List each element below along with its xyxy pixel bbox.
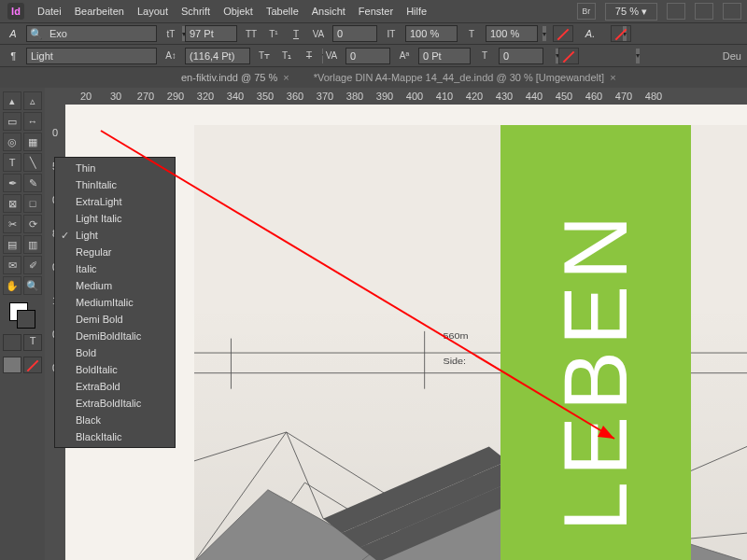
menu-tabelle[interactable]: Tabelle bbox=[266, 6, 299, 17]
arrange-icon[interactable] bbox=[723, 3, 741, 20]
transform-tool[interactable]: ⟳ bbox=[23, 215, 42, 233]
menu-objekt[interactable]: Objekt bbox=[223, 6, 253, 17]
pencil-tool[interactable]: ✎ bbox=[23, 174, 42, 192]
apply-none-icon[interactable] bbox=[23, 357, 42, 373]
view-options-icon[interactable] bbox=[667, 3, 685, 20]
font-style-combo[interactable]: ▾ bbox=[26, 48, 157, 64]
close-icon[interactable]: × bbox=[283, 72, 289, 83]
baseline-icon: Aª bbox=[396, 48, 413, 64]
font-style-option[interactable]: BlackItalic bbox=[55, 428, 175, 445]
menu-hilfe[interactable]: Hilfe bbox=[406, 6, 427, 17]
zoom-level[interactable]: 75 % ▾ bbox=[605, 3, 657, 21]
font-style-option[interactable]: ExtraBold bbox=[55, 378, 175, 395]
page-tool[interactable]: ▭ bbox=[3, 112, 21, 131]
document-page: 560m Side: LEBEN bbox=[194, 125, 747, 560]
font-style-option[interactable]: Regular bbox=[55, 244, 175, 260]
font-style-option[interactable]: Light Italic bbox=[55, 210, 175, 227]
font-style-option[interactable]: Italic bbox=[55, 260, 175, 277]
ruler-horizontal: 2030270290320340350360370380390400410420… bbox=[45, 88, 747, 105]
bridge-icon[interactable]: Br bbox=[577, 3, 596, 20]
menu-fenster[interactable]: Fenster bbox=[359, 6, 393, 17]
rect-frame-tool[interactable]: ⊠ bbox=[3, 194, 21, 213]
close-icon[interactable]: × bbox=[610, 72, 615, 83]
smallcaps-icon[interactable]: Tᴛ bbox=[256, 48, 273, 64]
gap-tool[interactable]: ↔ bbox=[23, 112, 42, 131]
font-style-input[interactable] bbox=[27, 49, 163, 63]
hand-tool[interactable]: ✋ bbox=[3, 276, 21, 295]
menu-bearbeiten[interactable]: Bearbeiten bbox=[75, 6, 124, 17]
eyedropper-tool[interactable]: ✐ bbox=[23, 256, 42, 274]
font-family-combo[interactable]: 🔍 ▾ bbox=[26, 25, 157, 42]
leading-combo[interactable]: ▾ bbox=[185, 48, 250, 64]
document-tab-1[interactable]: en-fiktiv.indd @ 75 %× bbox=[176, 67, 295, 88]
paragraph-mode-icon[interactable]: ¶ bbox=[6, 50, 21, 62]
allcaps-icon[interactable]: TT bbox=[243, 25, 260, 42]
apply-container-icon[interactable] bbox=[3, 334, 21, 351]
strike-icon[interactable]: T bbox=[301, 48, 317, 64]
kerning-combo[interactable]: ▾ bbox=[332, 25, 377, 42]
document-tab-2[interactable]: *Vorlage DIN A4-Mappe 14_44_de.indd @ 30… bbox=[308, 67, 622, 88]
line-tool[interactable]: ╲ bbox=[23, 153, 42, 172]
font-style-option[interactable]: ExtraBoldItalic bbox=[55, 395, 175, 412]
kerning-icon: VA bbox=[310, 25, 327, 42]
selection-tool[interactable]: ▴ bbox=[3, 91, 21, 110]
font-style-option[interactable]: Bold bbox=[55, 344, 175, 361]
note-tool[interactable]: ✉ bbox=[3, 256, 21, 274]
app-logo-icon: Id bbox=[7, 3, 24, 20]
font-style-option[interactable]: Thin bbox=[55, 160, 175, 176]
control-bar-row2: ¶ ▾ A↕ ▾ Tᴛ T₁ T VA ▾ Aª ▾ T ▾ Deu bbox=[0, 45, 747, 67]
apply-text-icon[interactable]: T bbox=[23, 334, 42, 351]
fill-stroke-swatch[interactable] bbox=[9, 302, 35, 329]
baseline-combo[interactable]: ▾ bbox=[418, 48, 471, 64]
font-style-option[interactable]: Demi Bold bbox=[55, 311, 175, 328]
font-style-dropdown[interactable]: ThinThinItalicExtraLightLight ItalicLigh… bbox=[54, 157, 176, 448]
font-style-option[interactable]: ExtraLight bbox=[55, 193, 175, 210]
gradient-feather-tool[interactable]: ▥ bbox=[23, 235, 42, 254]
direct-selection-tool[interactable]: ▵ bbox=[23, 91, 42, 110]
subscript-icon[interactable]: T₁ bbox=[278, 48, 295, 64]
menu-ansicht[interactable]: Ansicht bbox=[312, 6, 345, 17]
tool-panel: ▴▵ ▭↔ ◎▦ T╲ ✒✎ ⊠□ ✂⟳ ▤▥ ✉✐ ✋🔍 T bbox=[0, 88, 45, 560]
content-placer-tool[interactable]: ▦ bbox=[23, 133, 42, 151]
char-style-icon[interactable]: A. bbox=[583, 28, 598, 39]
type-tool[interactable]: T bbox=[3, 153, 21, 172]
scissors-tool[interactable]: ✂ bbox=[3, 215, 21, 233]
work-area: ▴▵ ▭↔ ◎▦ T╲ ✒✎ ⊠□ ✂⟳ ▤▥ ✉✐ ✋🔍 T 20302702… bbox=[0, 88, 747, 560]
skew-icon: T bbox=[476, 48, 493, 64]
skew-combo[interactable]: ▾ bbox=[499, 48, 543, 64]
font-style-option[interactable]: Light bbox=[55, 227, 175, 244]
fill2-none-icon[interactable] bbox=[558, 48, 579, 64]
sketch-label-b: Side: bbox=[443, 357, 466, 366]
font-style-option[interactable]: MediumItalic bbox=[55, 294, 175, 311]
superscript-icon[interactable]: T¹ bbox=[265, 25, 282, 42]
tracking-combo[interactable]: ▾ bbox=[345, 48, 390, 64]
font-size-combo[interactable]: ▾ bbox=[185, 25, 237, 42]
vscale-combo[interactable]: ▾ bbox=[405, 25, 458, 42]
hscale-icon: T bbox=[463, 25, 480, 42]
menu-layout[interactable]: Layout bbox=[137, 6, 168, 17]
menu-schrift[interactable]: Schrift bbox=[181, 6, 210, 17]
pen-tool[interactable]: ✒ bbox=[3, 174, 21, 192]
font-style-option[interactable]: Medium bbox=[55, 277, 175, 294]
content-tool[interactable]: ◎ bbox=[3, 133, 21, 151]
apply-color-icon[interactable] bbox=[3, 357, 21, 373]
tracking-icon: VA bbox=[323, 48, 340, 64]
main-menu-bar: Id Datei Bearbeiten Layout Schrift Objek… bbox=[0, 0, 747, 22]
gradient-tool[interactable]: ▤ bbox=[3, 235, 21, 254]
character-mode-icon[interactable]: A bbox=[6, 28, 21, 39]
fill-none-icon[interactable] bbox=[553, 25, 573, 42]
language-label[interactable]: Deu bbox=[723, 50, 741, 62]
font-style-option[interactable]: DemiBoldItalic bbox=[55, 328, 175, 344]
font-style-option[interactable]: BoldItalic bbox=[55, 361, 175, 378]
stroke-none-icon[interactable] bbox=[611, 25, 631, 42]
font-style-option[interactable]: Black bbox=[55, 412, 175, 428]
menu-datei[interactable]: Datei bbox=[37, 6, 62, 17]
screen-mode-icon[interactable] bbox=[695, 3, 713, 20]
sketch-label-a: 560m bbox=[443, 331, 468, 341]
zoom-tool[interactable]: 🔍 bbox=[23, 276, 42, 295]
font-style-option[interactable]: ThinItalic bbox=[55, 176, 175, 193]
leading-icon: A↕ bbox=[162, 48, 179, 64]
underline-icon[interactable]: T bbox=[288, 25, 304, 42]
hscale-combo[interactable]: ▾ bbox=[486, 25, 538, 42]
rect-tool[interactable]: □ bbox=[23, 194, 42, 213]
